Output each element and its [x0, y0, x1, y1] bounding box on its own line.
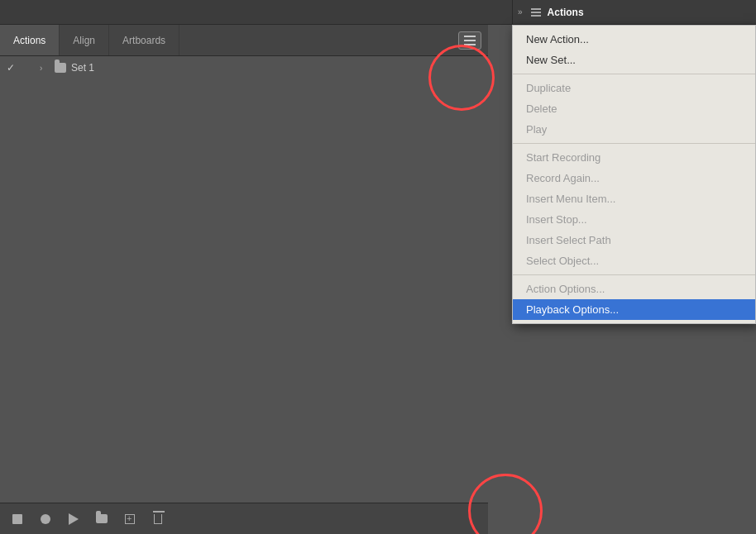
- menu-item-play[interactable]: Play: [513, 119, 755, 140]
- record-button[interactable]: [38, 512, 53, 527]
- trash-icon: [154, 514, 162, 524]
- right-chevron-icon: »: [513, 7, 528, 17]
- delete-button[interactable]: [151, 512, 165, 527]
- open-folder-button[interactable]: [94, 512, 109, 527]
- expand-arrow-icon: ›: [40, 64, 50, 73]
- panel-tabs: Actions Align Artboards: [0, 25, 179, 55]
- panel-body: ✓ › Set 1: [0, 56, 488, 501]
- menu-item-record-again[interactable]: Record Again...: [513, 168, 755, 188]
- menu-item-action-options[interactable]: Action Options...: [513, 279, 755, 299]
- set-label: Set 1: [71, 62, 94, 74]
- new-action-icon: [125, 514, 135, 524]
- menu-item-new-set[interactable]: New Set...: [513, 50, 755, 70]
- tab-artboards[interactable]: Artboards: [109, 25, 179, 55]
- bottom-toolbar: [0, 503, 488, 534]
- stop-button[interactable]: [10, 512, 25, 527]
- menu-item-start-recording[interactable]: Start Recording: [513, 147, 755, 168]
- right-panel-title: Actions: [544, 7, 584, 18]
- record-icon: [41, 514, 50, 524]
- menu-item-insert-select-path[interactable]: Insert Select Path: [513, 230, 755, 250]
- stop-icon: [12, 514, 22, 524]
- menu-item-duplicate[interactable]: Duplicate: [513, 78, 755, 98]
- set-1-row[interactable]: ✓ › Set 1: [0, 56, 488, 79]
- right-panel-header: » Actions: [512, 0, 756, 25]
- menu-item-select-object[interactable]: Select Object...: [513, 250, 755, 271]
- menu-item-playback-options[interactable]: Playback Options...: [513, 299, 755, 320]
- right-panel-menu-icon[interactable]: [528, 8, 544, 17]
- play-button[interactable]: [66, 512, 81, 527]
- menu-item-delete[interactable]: Delete: [513, 98, 755, 119]
- play-icon: [69, 513, 79, 525]
- tab-align[interactable]: Align: [60, 25, 109, 55]
- tab-actions[interactable]: Actions: [0, 25, 60, 55]
- menu-section-4: Action Options... Playback Options...: [513, 274, 755, 323]
- menu-section-2: Duplicate Delete Play: [513, 74, 755, 143]
- open-folder-icon: [96, 514, 108, 523]
- menu-section-1: New Action... New Set...: [513, 26, 755, 74]
- menu-item-insert-menu-item[interactable]: Insert Menu Item...: [513, 188, 755, 209]
- new-item-button[interactable]: [122, 512, 137, 527]
- hamburger-menu-button[interactable]: [458, 31, 481, 50]
- menu-button-area: [452, 31, 488, 50]
- check-icon: ✓: [7, 62, 18, 74]
- dropdown-menu: New Action... New Set... Duplicate Delet…: [512, 25, 756, 324]
- menu-item-new-action[interactable]: New Action...: [513, 29, 755, 50]
- menu-section-3: Start Recording Record Again... Insert M…: [513, 143, 755, 274]
- menu-item-insert-stop[interactable]: Insert Stop...: [513, 209, 755, 230]
- panel-header: Actions Align Artboards: [0, 25, 488, 56]
- folder-icon: [55, 63, 66, 73]
